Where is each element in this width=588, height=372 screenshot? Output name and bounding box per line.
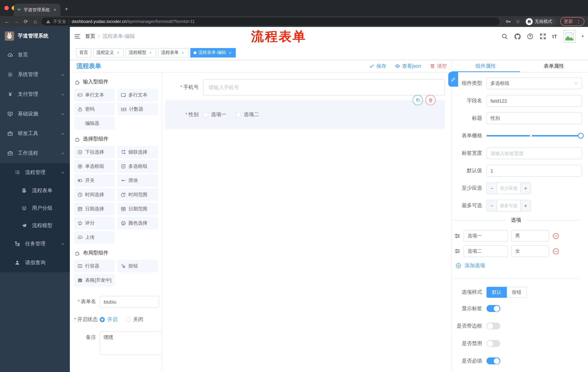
option-value-input[interactable] — [511, 245, 549, 257]
min-select-stepper[interactable]: − + — [486, 182, 531, 194]
help-icon[interactable] — [527, 33, 533, 40]
palette-item-time-range[interactable]: 时间范围 — [117, 189, 158, 201]
font-size-icon[interactable]: tT — [552, 33, 557, 39]
breadcrumb-home[interactable]: 首页 — [85, 33, 95, 40]
palette-item-switch[interactable]: 开关 — [74, 174, 115, 187]
drag-handle-icon[interactable] — [454, 248, 460, 254]
sidebar-item-process-form[interactable]: 流程表单 — [0, 182, 70, 200]
sidebar-item-leave-query[interactable]: 请假查询 — [0, 253, 70, 272]
link-tab[interactable] — [448, 72, 458, 87]
remove-option-button[interactable] — [552, 248, 559, 255]
max-select-input[interactable] — [497, 200, 520, 211]
form-canvas[interactable]: 手机号 性别 选项一 选项二 — [162, 73, 451, 372]
slider-handle[interactable] — [578, 133, 584, 139]
view-json-button[interactable]: 查看json — [395, 63, 421, 69]
tab-close-icon[interactable]: × — [52, 7, 57, 12]
tag-close-icon[interactable]: × — [148, 50, 153, 55]
border-toggle[interactable] — [486, 322, 500, 329]
style-default-button[interactable]: 默认 — [486, 287, 507, 298]
status-radio-on[interactable]: 开启 — [100, 316, 117, 323]
palette-item-checkbox-group[interactable]: 多选框组 — [117, 160, 158, 172]
sidebar-item-task-mgmt[interactable]: 任务管理 — [0, 234, 70, 253]
sidebar-item-devtools[interactable]: 研发工具 — [0, 124, 70, 143]
palette-item-row-container[interactable]: 行容器 — [74, 260, 115, 272]
gender-option-1[interactable]: 选项一 — [203, 111, 226, 118]
fullscreen-icon[interactable] — [540, 33, 546, 40]
remove-option-button[interactable] — [552, 233, 559, 239]
label-width-input[interactable] — [486, 148, 582, 159]
tag-close-icon[interactable]: × — [116, 50, 120, 55]
component-type-select[interactable]: 多选框组 — [486, 77, 582, 89]
field-name-input[interactable] — [486, 95, 582, 107]
disabled-toggle[interactable] — [486, 340, 500, 347]
palette-item-select[interactable]: 下拉选择 — [74, 146, 115, 158]
sidebar-item-home[interactable]: 首页 — [0, 45, 70, 65]
palette-item-time[interactable]: 时间选择 — [74, 189, 115, 201]
window-close-button[interactable] — [4, 6, 9, 10]
palette-item-radio-group[interactable]: 单选框组 — [74, 160, 115, 172]
sidebar-item-process-mgmt[interactable]: 流程管理 — [0, 163, 70, 182]
option-label-input[interactable] — [463, 230, 508, 242]
palette-item-rate[interactable]: 评分 — [74, 217, 115, 229]
tag-process-form-edit[interactable]: 流程表单-编辑× — [190, 48, 236, 57]
forward-icon[interactable]: → — [13, 19, 20, 24]
max-select-stepper[interactable]: − + — [486, 200, 531, 212]
sidebar-item-user-group[interactable]: 用户分组 — [0, 200, 70, 217]
bookmark-star-icon[interactable]: ☆ — [515, 19, 520, 24]
field-phone[interactable]: 手机号 — [165, 79, 445, 95]
tag-process-definition[interactable]: 流程定义× — [93, 48, 124, 57]
form-name-input[interactable] — [100, 296, 159, 308]
palette-item-multi-text[interactable]: 多行文本 — [117, 89, 158, 101]
app-logo[interactable]: 芋道管理系统 — [0, 27, 70, 45]
address-bar[interactable]: 不安全 dashboard.yudao.iocoder.cn/bpm/manag… — [42, 18, 500, 25]
gender-option-2[interactable]: 选项二 — [236, 111, 259, 118]
tab-form-props[interactable]: 表单属性 — [520, 60, 588, 72]
default-value-input[interactable] — [486, 165, 582, 177]
show-label-toggle[interactable] — [486, 305, 500, 312]
decrease-button[interactable]: − — [487, 200, 497, 211]
delete-component-button[interactable] — [425, 95, 436, 105]
increase-button[interactable]: + — [520, 183, 531, 194]
status-radio-off[interactable]: 关闭 — [126, 316, 143, 323]
hamburger-icon[interactable] — [70, 33, 85, 40]
palette-item-slider[interactable]: 滑块 — [117, 174, 158, 187]
tab-component-props[interactable]: 组件属性 — [452, 60, 520, 72]
palette-item-table[interactable]: 表格[开发中] — [74, 274, 115, 287]
sidebar-item-system[interactable]: 系统管理 — [0, 65, 70, 85]
palette-item-password[interactable]: 密码 — [74, 103, 115, 115]
copy-component-button[interactable] — [413, 95, 423, 105]
decrease-button[interactable]: − — [487, 183, 497, 194]
save-button[interactable]: 保存 — [369, 63, 386, 69]
palette-item-cascader[interactable]: 级联选择 — [117, 146, 158, 158]
remark-textarea[interactable]: 嘿嘿 — [100, 332, 162, 355]
palette-item-date[interactable]: 日期选择 — [74, 203, 115, 215]
browser-menu-icon[interactable]: ⋮ — [576, 19, 581, 24]
palette-item-editor[interactable]: 编辑器 — [74, 117, 115, 130]
password-key-icon[interactable] — [505, 19, 511, 24]
browser-tab[interactable]: 芋道管理系统 × — [14, 4, 60, 16]
palette-item-color[interactable]: 颜色选择 — [117, 217, 158, 229]
add-option-button[interactable]: 添加选项 — [456, 262, 582, 269]
avatar[interactable] — [563, 30, 576, 43]
min-select-input[interactable] — [497, 183, 520, 194]
sidebar-item-pay[interactable]: ¥ 支付管理 — [0, 85, 70, 104]
phone-input[interactable] — [203, 79, 445, 95]
tag-home[interactable]: 首页 — [76, 48, 91, 57]
increase-button[interactable]: + — [520, 200, 531, 211]
palette-item-button[interactable]: 按钮 — [117, 260, 158, 272]
option-label-input[interactable] — [463, 245, 508, 257]
tag-close-icon[interactable]: × — [228, 50, 232, 55]
caret-down-icon[interactable]: ▾ — [582, 34, 584, 38]
tag-close-icon[interactable]: × — [180, 50, 185, 55]
grid-slider[interactable] — [486, 132, 581, 139]
field-gender-selected[interactable]: 性别 选项一 选项二 — [165, 100, 445, 129]
style-button-button[interactable]: 按钮 — [507, 287, 527, 298]
github-icon[interactable] — [514, 33, 521, 40]
option-value-input[interactable] — [511, 230, 549, 242]
palette-item-date-range[interactable]: 日期范围 — [117, 203, 158, 215]
tag-process-model[interactable]: 流程模型× — [126, 48, 156, 57]
palette-item-upload[interactable]: 上传 — [74, 231, 115, 244]
title-input[interactable] — [486, 112, 582, 124]
reload-icon[interactable]: ⟳ — [22, 19, 29, 24]
palette-item-counter[interactable]: 123计数器 — [117, 103, 158, 115]
